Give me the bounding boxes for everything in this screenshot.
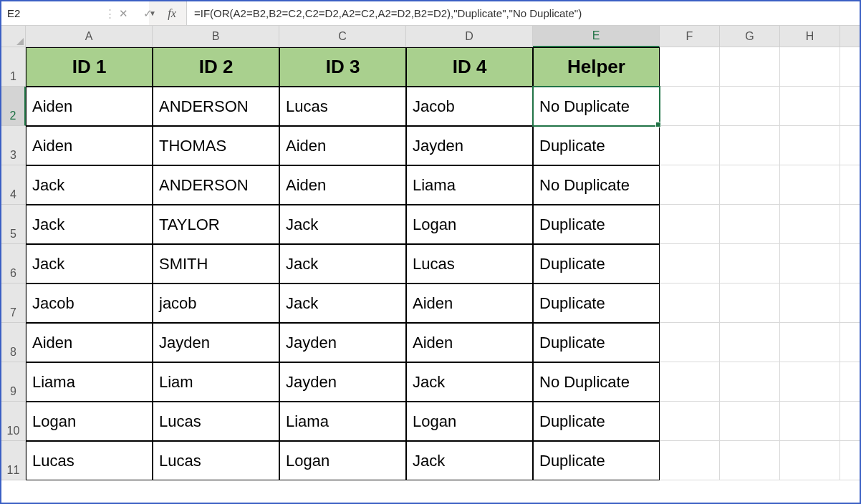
select-all-corner[interactable] bbox=[1, 26, 26, 47]
row-head-5[interactable]: 5 bbox=[1, 205, 26, 244]
cell-a4[interactable]: Jack bbox=[26, 165, 153, 205]
cell-h11[interactable] bbox=[780, 441, 840, 480]
cell-f8[interactable] bbox=[660, 323, 720, 362]
row-head-2[interactable]: 2 bbox=[1, 87, 26, 126]
cell-f1[interactable] bbox=[660, 47, 720, 87]
cell-g5[interactable] bbox=[720, 205, 780, 244]
cell-h10[interactable] bbox=[780, 402, 840, 441]
header-id2[interactable]: ID 2 bbox=[153, 47, 279, 87]
cell-c8[interactable]: Jayden bbox=[279, 323, 406, 362]
formula-input[interactable] bbox=[187, 1, 860, 25]
col-head-c[interactable]: C bbox=[279, 26, 406, 47]
cell-h5[interactable] bbox=[780, 205, 840, 244]
row-head-7[interactable]: 7 bbox=[1, 284, 26, 323]
cell-g2[interactable] bbox=[720, 87, 780, 126]
cell-b4[interactable]: ANDERSON bbox=[153, 165, 279, 205]
cell-a2[interactable]: Aiden bbox=[26, 87, 153, 126]
cell-c11[interactable]: Logan bbox=[279, 441, 406, 480]
cell-h3[interactable] bbox=[780, 126, 840, 165]
cell-d4[interactable]: Liama bbox=[406, 165, 533, 205]
cell-f11[interactable] bbox=[660, 441, 720, 480]
col-head-b[interactable]: B bbox=[153, 26, 279, 47]
cell-h2[interactable] bbox=[780, 87, 840, 126]
cell-d9[interactable]: Jack bbox=[406, 362, 533, 402]
col-head-e[interactable]: E bbox=[533, 26, 660, 47]
cell-f7[interactable] bbox=[660, 284, 720, 323]
col-head-f[interactable]: F bbox=[660, 26, 720, 47]
row-head-11[interactable]: 11 bbox=[1, 441, 26, 480]
cell-f2[interactable] bbox=[660, 87, 720, 126]
cell-g11[interactable] bbox=[720, 441, 780, 480]
cell-d3[interactable]: Jayden bbox=[406, 126, 533, 165]
cell-d2[interactable]: Jacob bbox=[406, 87, 533, 126]
row-head-9[interactable]: 9 bbox=[1, 362, 26, 402]
cell-e9[interactable]: No Duplicate bbox=[533, 362, 660, 402]
cell-f9[interactable] bbox=[660, 362, 720, 402]
cell-e10[interactable]: Duplicate bbox=[533, 402, 660, 441]
cell-c3[interactable]: Aiden bbox=[279, 126, 406, 165]
row-head-1[interactable]: 1 bbox=[1, 47, 26, 87]
cell-d6[interactable]: Lucas bbox=[406, 244, 533, 284]
cancel-icon[interactable]: ✕ bbox=[113, 1, 133, 25]
cell-b7[interactable]: jacob bbox=[153, 284, 279, 323]
cell-g7[interactable] bbox=[720, 284, 780, 323]
cell-a5[interactable]: Jack bbox=[26, 205, 153, 244]
cell-g10[interactable] bbox=[720, 402, 780, 441]
row-head-8[interactable]: 8 bbox=[1, 323, 26, 362]
cell-b11[interactable]: Lucas bbox=[153, 441, 279, 480]
cell-g3[interactable] bbox=[720, 126, 780, 165]
cell-g8[interactable] bbox=[720, 323, 780, 362]
cell-c7[interactable]: Jack bbox=[279, 284, 406, 323]
cell-e7[interactable]: Duplicate bbox=[533, 284, 660, 323]
header-id1[interactable]: ID 1 bbox=[26, 47, 153, 87]
cell-e8[interactable]: Duplicate bbox=[533, 323, 660, 362]
cell-g1[interactable] bbox=[720, 47, 780, 87]
cell-h7[interactable] bbox=[780, 284, 840, 323]
cell-e6[interactable]: Duplicate bbox=[533, 244, 660, 284]
col-head-g[interactable]: G bbox=[720, 26, 780, 47]
cell-g4[interactable] bbox=[720, 165, 780, 205]
cell-b5[interactable]: TAYLOR bbox=[153, 205, 279, 244]
cell-f5[interactable] bbox=[660, 205, 720, 244]
row-head-6[interactable]: 6 bbox=[1, 244, 26, 284]
cell-c4[interactable]: Aiden bbox=[279, 165, 406, 205]
cell-c6[interactable]: Jack bbox=[279, 244, 406, 284]
cell-b2[interactable]: ANDERSON bbox=[153, 87, 279, 126]
row-head-10[interactable]: 10 bbox=[1, 402, 26, 441]
cell-b9[interactable]: Liam bbox=[153, 362, 279, 402]
cell-d11[interactable]: Jack bbox=[406, 441, 533, 480]
cell-a11[interactable]: Lucas bbox=[26, 441, 153, 480]
cell-h8[interactable] bbox=[780, 323, 840, 362]
cell-b3[interactable]: THOMAS bbox=[153, 126, 279, 165]
cell-f4[interactable] bbox=[660, 165, 720, 205]
cell-e3[interactable]: Duplicate bbox=[533, 126, 660, 165]
col-head-d[interactable]: D bbox=[406, 26, 533, 47]
cell-d7[interactable]: Aiden bbox=[406, 284, 533, 323]
cell-e5[interactable]: Duplicate bbox=[533, 205, 660, 244]
cell-b10[interactable]: Lucas bbox=[153, 402, 279, 441]
cell-h6[interactable] bbox=[780, 244, 840, 284]
cell-a9[interactable]: Liama bbox=[26, 362, 153, 402]
row-head-4[interactable]: 4 bbox=[1, 165, 26, 205]
cell-e11[interactable]: Duplicate bbox=[533, 441, 660, 480]
cell-f6[interactable] bbox=[660, 244, 720, 284]
cell-f10[interactable] bbox=[660, 402, 720, 441]
cell-a8[interactable]: Aiden bbox=[26, 323, 153, 362]
cell-g9[interactable] bbox=[720, 362, 780, 402]
cell-e2[interactable]: No Duplicate bbox=[533, 87, 660, 126]
fx-icon[interactable]: fx bbox=[162, 1, 182, 25]
cell-d8[interactable]: Aiden bbox=[406, 323, 533, 362]
header-helper[interactable]: Helper bbox=[533, 47, 660, 87]
col-head-h[interactable]: H bbox=[780, 26, 840, 47]
cell-a6[interactable]: Jack bbox=[26, 244, 153, 284]
cell-d5[interactable]: Logan bbox=[406, 205, 533, 244]
cell-b8[interactable]: Jayden bbox=[153, 323, 279, 362]
cell-e4[interactable]: No Duplicate bbox=[533, 165, 660, 205]
cell-d10[interactable]: Logan bbox=[406, 402, 533, 441]
cell-a3[interactable]: Aiden bbox=[26, 126, 153, 165]
cell-h1[interactable] bbox=[780, 47, 840, 87]
header-id4[interactable]: ID 4 bbox=[406, 47, 533, 87]
cell-h9[interactable] bbox=[780, 362, 840, 402]
cell-c2[interactable]: Lucas bbox=[279, 87, 406, 126]
enter-icon[interactable]: ✓ bbox=[138, 1, 158, 25]
